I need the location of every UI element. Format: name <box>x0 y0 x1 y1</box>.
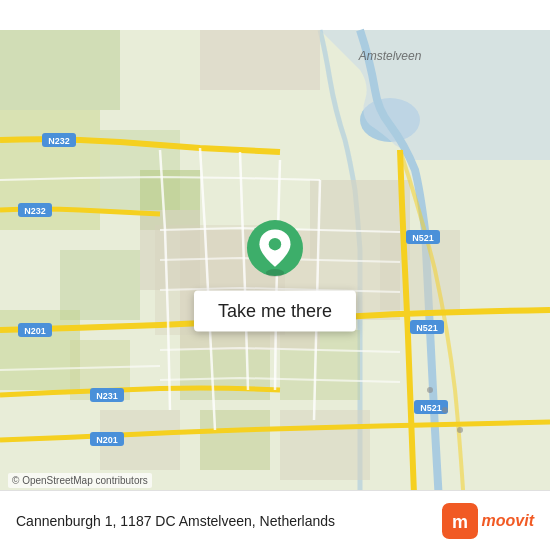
svg-text:N231: N231 <box>96 391 118 401</box>
svg-text:N201: N201 <box>24 326 46 336</box>
svg-rect-12 <box>200 30 320 90</box>
svg-text:m: m <box>452 512 468 532</box>
svg-rect-6 <box>60 250 140 320</box>
svg-text:N232: N232 <box>48 136 70 146</box>
location-pin-icon <box>240 219 310 289</box>
svg-point-43 <box>266 269 285 277</box>
svg-text:N521: N521 <box>412 233 434 243</box>
svg-rect-19 <box>280 410 370 480</box>
moovit-icon: m <box>442 503 478 539</box>
map-pin-wrapper <box>240 219 310 287</box>
moovit-text: moovit <box>482 512 534 530</box>
svg-rect-11 <box>200 410 270 470</box>
take-me-there-button[interactable]: Take me there <box>194 291 356 332</box>
cta-overlay: Take me there <box>194 219 356 332</box>
map-container: N232 N232 N201 N201 N231 N521 N521 N521 … <box>0 0 550 550</box>
svg-point-39 <box>442 407 448 413</box>
svg-text:N232: N232 <box>24 206 46 216</box>
svg-text:N521: N521 <box>420 403 442 413</box>
svg-text:N521: N521 <box>416 323 438 333</box>
svg-rect-2 <box>0 30 120 110</box>
svg-point-40 <box>457 427 463 433</box>
bottom-bar: Cannenburgh 1, 1187 DC Amstelveen, Nethe… <box>0 490 550 550</box>
moovit-logo: m moovit <box>442 503 534 539</box>
svg-text:N201: N201 <box>96 435 118 445</box>
svg-rect-7 <box>0 310 80 390</box>
map-attribution: © OpenStreetMap contributors <box>8 473 152 488</box>
svg-point-42 <box>269 238 281 250</box>
svg-point-38 <box>427 387 433 393</box>
svg-text:Amstelveen: Amstelveen <box>358 49 422 63</box>
address-label: Cannenburgh 1, 1187 DC Amstelveen, Nethe… <box>16 513 335 529</box>
